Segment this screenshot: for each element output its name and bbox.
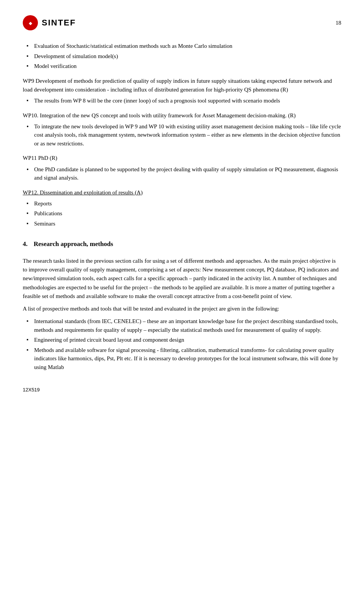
svg-text:◆: ◆ (28, 21, 32, 25)
wp9-bullet-list: The results from WP 8 will be the core (… (23, 96, 341, 105)
wp11-section: WP11 PhD (R) One PhD candidate is planne… (23, 154, 341, 182)
wp10-label: WP10. Integration of the new QS concept … (23, 111, 341, 120)
section4-number: 4. (23, 239, 28, 253)
list-item: Publications (23, 209, 341, 218)
logo-text: SINTEF (42, 18, 76, 28)
footer: 12X519 (23, 387, 40, 393)
wp9-section: WP9 Development of methods for predictio… (23, 77, 341, 105)
section4-para1: The research tasks listed in the previou… (23, 257, 341, 301)
wp11-label: WP11 PhD (R) (23, 154, 341, 162)
section4: 4. Research approach, methods The resear… (23, 239, 341, 371)
list-item: Development of simulation model(s) (23, 52, 341, 61)
top-bullet-list: Evaluation of Stochastic/statistical est… (23, 42, 341, 71)
section4-para2: A list of prospective methods and tools … (23, 304, 341, 313)
wp9-label: WP9 Development of methods for predictio… (23, 77, 341, 95)
wp12-bullet-list: Reports Publications Seminars (23, 199, 341, 228)
main-content: Evaluation of Stochastic/statistical est… (23, 42, 341, 371)
wp12-label: WP12. Dissemination and exploitation of … (23, 188, 341, 197)
logo-area: ◆ SINTEF (23, 15, 76, 30)
footer-label: 12X519 (23, 387, 40, 393)
section4-bullet-list: International standards (from IEC, CENEL… (23, 317, 341, 371)
list-item: To integrate the new tools developed in … (23, 122, 341, 148)
page: ◆ SINTEF 18 Evaluation of Stochastic/sta… (0, 0, 364, 400)
wp10-section: WP10. Integration of the new QS concept … (23, 111, 341, 148)
logo-icon: ◆ (23, 15, 38, 30)
section4-title: Research approach, methods (34, 239, 113, 249)
wp10-bullet-list: To integrate the new tools developed in … (23, 122, 341, 148)
wp11-bullet-list: One PhD candidate is planned to be suppo… (23, 165, 341, 182)
list-item: Methods and available software for signa… (23, 346, 341, 372)
list-item: International standards (from IEC, CENEL… (23, 317, 341, 334)
top-bullets-section: Evaluation of Stochastic/statistical est… (23, 42, 341, 71)
list-item: The results from WP 8 will be the core (… (23, 96, 341, 105)
list-item: Evaluation of Stochastic/statistical est… (23, 42, 341, 50)
section4-heading: 4. Research approach, methods (23, 239, 341, 253)
list-item: Reports (23, 199, 341, 208)
list-item: One PhD candidate is planned to be suppo… (23, 165, 341, 182)
list-item: Model verification (23, 62, 341, 71)
wp12-section: WP12. Dissemination and exploitation of … (23, 188, 341, 228)
list-item: Seminars (23, 219, 341, 228)
page-number: 18 (336, 20, 341, 26)
page-header: ◆ SINTEF 18 (23, 15, 341, 30)
list-item: Engineering of printed circuit board lay… (23, 336, 341, 344)
